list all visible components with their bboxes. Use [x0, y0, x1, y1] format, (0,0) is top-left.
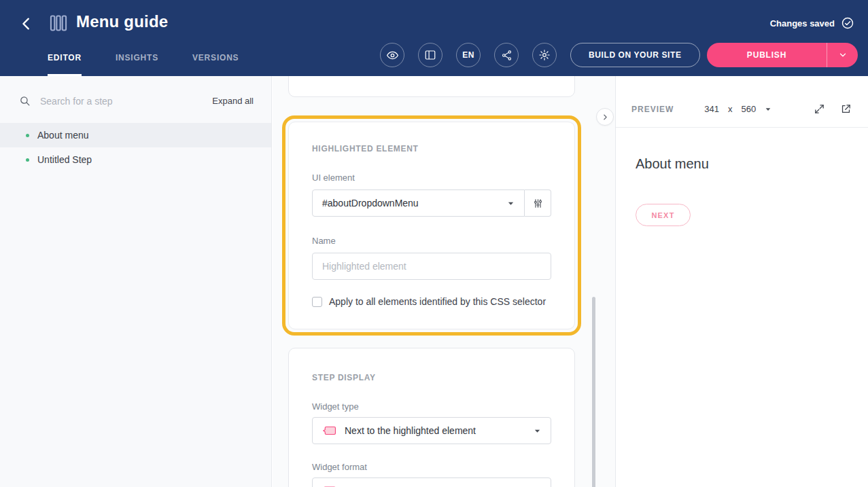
editor-scrollbar[interactable] — [592, 297, 595, 487]
step-item-untitled-step[interactable]: Untitled Step — [0, 147, 271, 172]
widget-format-label: Widget format — [312, 462, 551, 472]
publish-dropdown-toggle[interactable] — [827, 43, 858, 67]
highlighted-section-ring: HIGHLIGHTED ELEMENT UI element #aboutDro… — [282, 115, 581, 336]
chevron-left-icon — [19, 16, 34, 31]
highlighted-element-card: HIGHLIGHTED ELEMENT UI element #aboutDro… — [288, 122, 575, 329]
widget-type-label: Widget type — [312, 401, 551, 412]
chevron-down-icon — [838, 50, 848, 60]
check-circle-icon — [841, 16, 854, 30]
step-status-dot — [26, 158, 29, 162]
tab-versions[interactable]: VERSIONS — [192, 53, 239, 76]
publish-button-label[interactable]: PUBLISH — [707, 43, 827, 67]
step-item-label: Untitled Step — [37, 154, 92, 165]
card-partial-top — [288, 76, 575, 97]
preview-header-icons — [814, 103, 852, 115]
preview-size-select[interactable]: 341 x 560 — [704, 104, 771, 114]
preview-eye-button[interactable] — [380, 43, 404, 67]
page-title: Menu guide — [76, 12, 168, 31]
step-item-about-menu[interactable]: About menu — [0, 123, 271, 147]
element-picker-button[interactable] — [525, 190, 551, 217]
settings-button[interactable] — [532, 43, 557, 67]
chevron-down-icon — [507, 200, 515, 207]
search-icon — [19, 95, 31, 107]
chevron-down-icon — [534, 427, 541, 435]
ui-element-row: #aboutDropdownMenu — [312, 190, 551, 217]
save-status: Changes saved — [770, 16, 854, 30]
top-header: Menu guide Changes saved EDITOR INSIGHTS… — [0, 0, 868, 76]
open-in-new-button[interactable] — [840, 103, 852, 115]
layout-button[interactable] — [418, 43, 442, 67]
share-button[interactable] — [494, 43, 519, 67]
preview-width-value: 341 — [704, 104, 719, 114]
chevron-right-icon — [601, 113, 610, 122]
fullscreen-button[interactable] — [814, 103, 825, 115]
ui-element-label: UI element — [312, 173, 551, 183]
step-display-card: STEP DISPLAY Widget type Next to the hig… — [288, 348, 575, 487]
layout-icon — [424, 49, 436, 61]
chevron-down-icon — [765, 106, 771, 113]
steps-sidebar: Expand all About menu Untitled Step — [0, 76, 272, 487]
ui-element-value: #aboutDropdownMenu — [322, 198, 500, 209]
widget-format-select[interactable] — [312, 477, 551, 487]
collapse-preview-button[interactable] — [596, 108, 614, 126]
step-status-dot — [26, 134, 29, 137]
expand-all-link[interactable]: Expand all — [212, 96, 254, 106]
section-title: HIGHLIGHTED ELEMENT — [312, 144, 551, 154]
apply-to-all-label: Apply to all elements identified by this… — [329, 296, 546, 307]
save-status-label: Changes saved — [770, 18, 835, 29]
widget-type-select[interactable]: Next to the highlighted element — [312, 417, 551, 444]
eye-icon — [386, 49, 399, 62]
open-in-new-icon — [840, 103, 852, 115]
preview-header: PREVIEW 341 x 560 — [616, 76, 868, 128]
step-search-input[interactable] — [40, 96, 203, 107]
preview-panel: PREVIEW 341 x 560 About menu NEXT — [615, 76, 868, 487]
step-editor-column: HIGHLIGHTED ELEMENT UI element #aboutDro… — [273, 76, 615, 487]
element-name-input[interactable] — [312, 253, 551, 280]
fullscreen-icon — [814, 103, 825, 115]
share-icon — [501, 50, 513, 61]
preview-height-value: 560 — [742, 104, 757, 114]
build-on-your-site-button[interactable]: BUILD ON YOUR SITE — [570, 43, 700, 67]
preview-size-separator: x — [728, 104, 733, 114]
apply-to-all-row[interactable]: Apply to all elements identified by this… — [312, 296, 551, 307]
tab-insights[interactable]: INSIGHTS — [116, 53, 158, 76]
header-tabs: EDITOR INSIGHTS VERSIONS — [48, 53, 239, 76]
app-logo-icon — [49, 14, 68, 33]
publish-button[interactable]: PUBLISH — [707, 43, 858, 67]
gear-icon — [538, 49, 551, 61]
apply-to-all-checkbox[interactable] — [312, 297, 322, 307]
preview-panel-title: PREVIEW — [631, 105, 674, 114]
ui-element-select[interactable]: #aboutDropdownMenu — [312, 190, 525, 217]
language-badge: EN — [462, 50, 474, 60]
back-button[interactable] — [18, 15, 35, 33]
tooltip-widget-icon — [322, 425, 337, 437]
preview-step-title: About menu — [636, 156, 709, 172]
preview-next-button[interactable]: NEXT — [636, 204, 691, 226]
section-title: STEP DISPLAY — [312, 373, 551, 382]
language-button[interactable]: EN — [456, 43, 481, 67]
tab-editor[interactable]: EDITOR — [48, 53, 82, 76]
step-search-row: Expand all — [0, 76, 271, 123]
steps-list: About menu Untitled Step — [0, 123, 271, 172]
widget-type-value: Next to the highlighted element — [345, 425, 476, 436]
step-item-label: About menu — [37, 130, 89, 141]
name-label: Name — [312, 236, 551, 246]
sliders-icon — [532, 198, 544, 209]
header-icon-group: EN — [380, 43, 557, 67]
